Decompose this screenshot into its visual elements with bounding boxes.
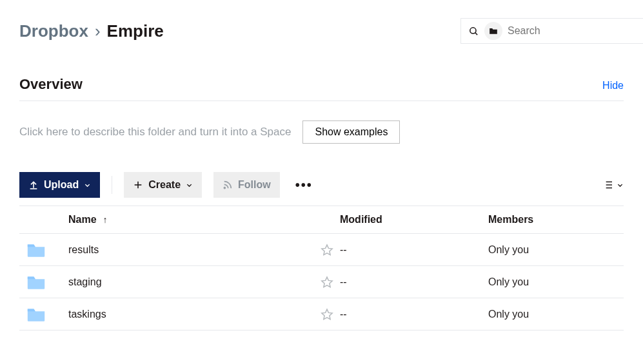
svg-point-0 [470,27,475,33]
follow-button[interactable]: Follow [213,172,280,198]
sort-ascending-icon: ↑ [103,215,108,225]
breadcrumb-current: Empire [107,21,164,41]
more-actions-button[interactable]: ••• [292,178,317,193]
file-members: Only you [488,244,624,256]
table-row[interactable]: staging -- Only you [19,266,624,298]
file-name[interactable]: staging [53,276,314,288]
search-icon [468,25,479,37]
file-modified: -- [340,309,488,320]
file-table: Name ↑ Modified Members results -- Only … [19,206,624,330]
column-header-name[interactable]: Name ↑ [53,214,314,225]
upload-button[interactable]: Upload [19,172,100,198]
view-options-button[interactable] [602,180,624,190]
folder-icon [26,242,46,258]
folder-icon [488,25,499,37]
upload-label: Upload [44,179,79,191]
file-modified: -- [340,244,488,256]
overview-hide-link[interactable]: Hide [602,80,624,91]
file-members: Only you [488,276,624,288]
create-button[interactable]: Create [124,172,202,198]
overview-description-prompt[interactable]: Click here to describe this folder and t… [19,126,291,139]
follow-label: Follow [238,179,271,191]
create-label: Create [148,179,181,191]
overview-title: Overview [19,76,83,93]
list-view-icon [602,180,614,190]
table-row[interactable]: taskings -- Only you [19,298,624,330]
upload-icon [28,180,39,190]
search-input[interactable] [508,25,637,37]
breadcrumb: Dropbox › Empire [19,21,164,41]
toolbar-separator [112,176,112,194]
search-bar[interactable] [460,18,643,44]
folder-icon [26,307,46,322]
table-row[interactable]: results -- Only you [19,234,624,266]
star-button[interactable] [314,276,340,289]
column-header-modified[interactable]: Modified [340,214,488,225]
svg-line-1 [475,32,477,34]
column-header-members[interactable]: Members [488,214,624,225]
show-examples-button[interactable]: Show examples [302,120,400,144]
star-button[interactable] [314,244,340,256]
rss-icon [223,180,233,190]
svg-point-2 [224,187,225,189]
chevron-down-icon [186,182,193,189]
search-scope-folder-button[interactable] [484,22,502,40]
star-button[interactable] [314,308,340,321]
file-name[interactable]: results [53,244,314,256]
svg-marker-9 [322,245,332,255]
chevron-down-icon [617,182,624,189]
file-modified: -- [340,276,488,288]
breadcrumb-separator: › [95,21,101,41]
folder-icon [26,274,46,290]
plus-icon [133,180,143,190]
file-name[interactable]: taskings [53,309,314,320]
file-members: Only you [488,309,624,320]
chevron-down-icon [84,182,91,189]
svg-marker-11 [322,309,332,320]
breadcrumb-parent[interactable]: Dropbox [19,21,88,41]
svg-marker-10 [322,277,332,287]
